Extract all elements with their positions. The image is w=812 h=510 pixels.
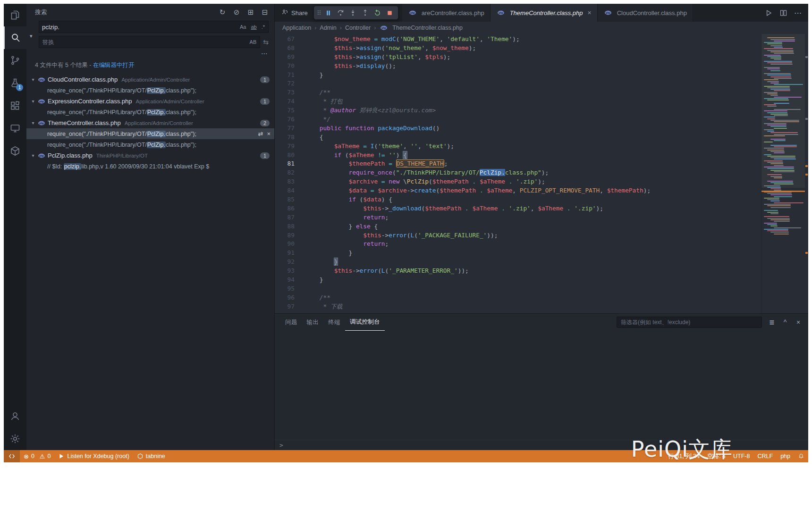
activity-settings-button[interactable] bbox=[4, 427, 26, 450]
status-tabnine[interactable]: tabnine bbox=[133, 450, 169, 462]
breadcrumb-item[interactable]: phpThemeController.class.php bbox=[379, 24, 463, 32]
search-input[interactable] bbox=[39, 24, 238, 31]
line-number: 77 bbox=[275, 124, 295, 133]
whole-word-toggle[interactable]: ab bbox=[249, 23, 258, 31]
code-editor[interactable]: 67 $now_theme = modC('NOW_THEME', 'defau… bbox=[275, 34, 761, 313]
refresh-button[interactable]: ↻ bbox=[218, 8, 227, 17]
remote-explorer-icon bbox=[9, 123, 21, 134]
collapse-chevron-icon[interactable]: ▾ bbox=[29, 120, 37, 125]
breadcrumb-item[interactable]: Application bbox=[282, 25, 311, 31]
match-highlight: PclZip. bbox=[147, 87, 166, 94]
activity-search-button[interactable] bbox=[4, 26, 26, 49]
collapse-chevron-icon[interactable]: ▾ bbox=[29, 77, 37, 82]
status-remote-indicator[interactable] bbox=[4, 450, 20, 462]
search-result-file[interactable]: ▾phpPclZip.class.phpThinkPHP/Library/OT1 bbox=[26, 150, 274, 161]
drag-handle-icon[interactable]: ⠿ bbox=[316, 9, 322, 17]
debug-icon bbox=[58, 453, 65, 460]
status-eol[interactable]: CRLF bbox=[753, 450, 777, 462]
code-line: 94 } bbox=[275, 276, 761, 284]
activity-accounts-button[interactable] bbox=[4, 405, 26, 427]
step-out-button[interactable] bbox=[360, 7, 371, 18]
split-editor-button[interactable] bbox=[779, 9, 787, 17]
code-line: 67 $now_theme = modC('NOW_THEME', 'defau… bbox=[275, 35, 761, 44]
panel-tab[interactable]: 调试控制台 bbox=[345, 314, 385, 331]
minimap[interactable] bbox=[761, 34, 808, 313]
line-number: 92 bbox=[275, 258, 295, 267]
line-number: 94 bbox=[275, 276, 295, 284]
close-panel-button[interactable]: × bbox=[794, 318, 803, 326]
debug-console-filter-input[interactable] bbox=[617, 319, 761, 326]
filter-lines-button[interactable]: ≣ bbox=[768, 318, 776, 326]
toggle-replace-chevron[interactable]: ▾ bbox=[30, 33, 33, 39]
line-number: 85 bbox=[275, 195, 295, 204]
panel-tab[interactable]: 终端 bbox=[323, 314, 345, 331]
more-actions-button[interactable]: ⋯ bbox=[261, 51, 268, 58]
status-indentation[interactable]: 空格: 4 bbox=[703, 450, 729, 462]
open-in-editor-link[interactable]: 在编辑器中打开 bbox=[93, 62, 135, 68]
status-problems[interactable]: ⊗0⚠0 bbox=[20, 450, 54, 462]
search-result-match[interactable]: require_once("./ThinkPHP/Library/OT/PclZ… bbox=[26, 139, 274, 150]
clear-search-results-button[interactable]: ⊘ bbox=[232, 8, 241, 17]
editor-tab[interactable]: phpThemeController.class.php× bbox=[491, 4, 598, 22]
panel-tab[interactable]: 输出 bbox=[302, 314, 324, 331]
activity-remote-explorer-button[interactable] bbox=[4, 117, 26, 140]
code-line-content: * 下载 bbox=[295, 302, 343, 311]
regex-toggle[interactable]: .* bbox=[260, 23, 266, 31]
breadcrumb-item[interactable]: Admin bbox=[320, 25, 336, 31]
debug-console-prompt[interactable]: > bbox=[275, 440, 808, 450]
open-new-search-editor-button[interactable]: ⊞ bbox=[246, 8, 255, 17]
replace-all-button[interactable]: ⇆ bbox=[263, 38, 269, 46]
live-share-button[interactable]: Share bbox=[275, 4, 313, 22]
match-text: require_once("./ThinkPHP/Library/OT/PclZ… bbox=[47, 109, 271, 116]
status-notifications[interactable] bbox=[794, 450, 808, 462]
code-line: 96 /** bbox=[275, 293, 761, 302]
collapse-chevron-icon[interactable]: ▾ bbox=[29, 153, 37, 158]
activity-package-button[interactable] bbox=[4, 140, 26, 162]
more-actions-button[interactable]: ⋯ bbox=[794, 8, 802, 17]
line-number: 97 bbox=[275, 302, 295, 311]
restart-button[interactable] bbox=[372, 7, 383, 18]
close-tab-icon[interactable]: × bbox=[588, 9, 592, 17]
pause-button[interactable] bbox=[323, 7, 334, 18]
code-line: 80 if ($aTheme != '') { bbox=[275, 151, 761, 160]
search-result-file[interactable]: ▾phpThemeController.class.phpApplication… bbox=[26, 117, 274, 128]
search-result-match[interactable]: require_once("./ThinkPHP/Library/OT/PclZ… bbox=[26, 107, 274, 117]
run-debug-button[interactable] bbox=[765, 9, 773, 17]
code-line-content: if ($aTheme != '') { bbox=[295, 151, 407, 160]
code-line-content: $this->error(L('_PACKAGE_FAILURE_')); bbox=[295, 231, 498, 240]
panel-tab[interactable]: 问题 bbox=[280, 314, 302, 331]
code-line: 77 public function packageDownload() bbox=[275, 124, 761, 133]
collapse-chevron-icon[interactable]: ▾ bbox=[29, 99, 37, 104]
status-cursor-position[interactable]: 行 81, 列 34 bbox=[664, 450, 703, 462]
activity-extensions-button[interactable] bbox=[4, 94, 26, 117]
step-into-button[interactable] bbox=[347, 7, 359, 18]
editor-tab[interactable]: phpCloudController.class.php bbox=[598, 4, 693, 22]
search-result-file[interactable]: ▾phpExpressionController.class.phpApplic… bbox=[26, 96, 274, 107]
minimap-slider[interactable] bbox=[761, 34, 805, 188]
search-result-match[interactable]: require_once("./ThinkPHP/Library/OT/PclZ… bbox=[26, 128, 274, 139]
replace-match-icon[interactable]: ⇄ bbox=[258, 130, 263, 137]
preserve-case-toggle[interactable]: AB bbox=[248, 38, 258, 46]
stop-button[interactable] bbox=[384, 7, 396, 18]
line-number: 68 bbox=[275, 44, 295, 53]
match-case-toggle[interactable]: Aa bbox=[238, 23, 247, 31]
breadcrumb-item[interactable]: Controller bbox=[345, 25, 371, 31]
replace-input[interactable] bbox=[39, 39, 248, 46]
dismiss-match-icon[interactable]: × bbox=[267, 130, 271, 137]
search-result-match[interactable]: // $Id: pclzip.lib.php,v 1.60 2009/09/30… bbox=[26, 161, 274, 172]
code-line: 83 $archive = new \PclZip($themePath . $… bbox=[275, 177, 761, 186]
php-file-icon: php bbox=[38, 76, 45, 84]
search-result-file[interactable]: ▾phpCloudController.class.phpApplication… bbox=[26, 74, 274, 85]
status-xdebug[interactable]: Listen for Xdebug (root) bbox=[54, 450, 133, 462]
code-line: 95 bbox=[275, 284, 761, 293]
step-over-button[interactable] bbox=[335, 7, 347, 18]
collapse-all-button[interactable]: ⊟ bbox=[260, 8, 270, 17]
editor-tab[interactable]: phpareController.class.php bbox=[402, 4, 491, 22]
activity-source-control-button[interactable] bbox=[4, 49, 26, 72]
activity-run-debug-button[interactable]: 1 bbox=[4, 72, 26, 94]
activity-explorer-button[interactable] bbox=[4, 4, 26, 26]
status-language-mode[interactable]: php bbox=[777, 450, 794, 462]
search-result-match[interactable]: require_once("./ThinkPHP/Library/OT/PclZ… bbox=[26, 85, 274, 96]
status-encoding[interactable]: UTF-8 bbox=[729, 450, 753, 462]
maximize-panel-button[interactable]: ^ bbox=[781, 318, 789, 326]
